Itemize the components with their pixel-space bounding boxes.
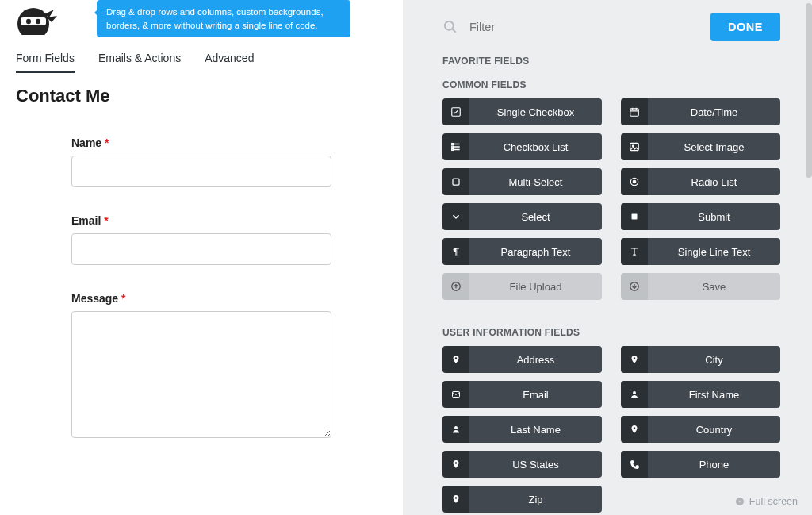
pin-icon <box>442 486 469 513</box>
section-user: USER INFORMATION FIELDS <box>442 327 780 338</box>
paragraph-icon <box>442 238 469 265</box>
label-text: Message <box>71 292 118 305</box>
svg-rect-7 <box>630 109 639 116</box>
section-favorite: FAVORITE FIELDS <box>442 56 780 67</box>
svg-point-4 <box>445 21 454 30</box>
svg-point-3 <box>36 18 40 23</box>
pill-select-image[interactable]: Select Image <box>621 133 780 160</box>
pill-label: Multi-Select <box>469 168 602 195</box>
label-text: Name <box>71 136 102 149</box>
square-filled-icon <box>621 203 648 230</box>
pill-us-states[interactable]: US States <box>442 451 602 478</box>
pill-multi-select[interactable]: Multi-Select <box>442 168 602 195</box>
tab-advanced[interactable]: Advanced <box>205 52 254 73</box>
pill-date-time[interactable]: Date/Time <box>621 98 780 125</box>
pill-radio-list[interactable]: Radio List <box>621 168 780 195</box>
pin-icon <box>621 346 648 373</box>
calendar-icon <box>621 98 648 125</box>
tip-bubble: Drag & drop rows and columns, custom bac… <box>97 0 350 37</box>
user-icon <box>442 416 469 443</box>
fullscreen-toggle[interactable]: Full screen <box>735 496 798 507</box>
form-title[interactable]: Contact Me <box>0 78 403 111</box>
pill-label: Single Line Text <box>648 238 780 265</box>
upload-icon <box>442 273 469 300</box>
tab-form-fields[interactable]: Form Fields <box>16 52 75 73</box>
compress-icon <box>735 497 745 506</box>
tab-emails-actions[interactable]: Emails & Actions <box>98 52 181 73</box>
svg-line-5 <box>453 29 456 33</box>
pill-label: Radio List <box>648 168 780 195</box>
pill-paragraph[interactable]: Paragraph Text <box>442 238 602 265</box>
pill-label: City <box>648 346 780 373</box>
label-text: Email <box>71 214 101 227</box>
pill-label: Zip <box>469 486 602 513</box>
field-email-label: Email * <box>71 214 331 227</box>
pill-label: US States <box>469 451 602 478</box>
pill-label: Phone <box>648 451 780 478</box>
section-common: COMMON FIELDS <box>442 79 780 90</box>
pill-last-name[interactable]: Last Name <box>442 416 602 443</box>
pill-country[interactable]: Country <box>621 416 780 443</box>
required-mark: * <box>105 136 109 149</box>
svg-point-2 <box>26 18 31 23</box>
field-name-label: Name * <box>71 136 331 149</box>
svg-rect-22 <box>632 214 638 220</box>
pill-address[interactable]: Address <box>442 346 602 373</box>
pill-label: File Upload <box>469 273 602 300</box>
svg-rect-19 <box>453 179 459 185</box>
pill-save[interactable]: Save <box>621 273 780 300</box>
svg-point-31 <box>633 391 636 394</box>
svg-point-32 <box>454 426 458 429</box>
pill-first-name[interactable]: First Name <box>621 381 780 408</box>
envelope-icon <box>442 381 469 408</box>
field-email[interactable]: Email * <box>71 214 331 265</box>
pill-label: Last Name <box>469 416 602 443</box>
pill-file-upload[interactable]: File Upload <box>442 273 602 300</box>
pill-checkbox-list[interactable]: Checkbox List <box>442 133 602 160</box>
pill-phone[interactable]: Phone <box>621 451 780 478</box>
pin-icon <box>442 451 469 478</box>
email-input[interactable] <box>71 233 331 265</box>
pill-single-line[interactable]: Single Line Text <box>621 238 780 265</box>
tabs: Form Fields Emails & Actions Advanced <box>0 37 403 78</box>
svg-rect-15 <box>452 146 454 148</box>
pill-label: Email <box>469 381 602 408</box>
pill-label: Single Checkbox <box>469 98 602 125</box>
pill-label: Checkbox List <box>469 133 602 160</box>
pill-label: Country <box>648 416 780 443</box>
scrollbar-track[interactable] <box>804 2 810 512</box>
pill-label: First Name <box>648 381 780 408</box>
radio-icon <box>621 168 648 195</box>
required-mark: * <box>104 214 108 227</box>
fullscreen-label: Full screen <box>749 496 798 507</box>
filter-input[interactable] <box>469 21 699 33</box>
scrollbar-thumb[interactable] <box>806 3 812 178</box>
image-icon <box>621 133 648 160</box>
message-input[interactable] <box>71 311 331 438</box>
pill-select[interactable]: Select <box>442 203 602 230</box>
pill-city[interactable]: City <box>621 346 780 373</box>
pill-zip[interactable]: Zip <box>442 486 602 513</box>
pill-label: Date/Time <box>648 98 780 125</box>
pill-label: Address <box>469 346 602 373</box>
list-icon <box>442 133 469 160</box>
name-input[interactable] <box>71 156 331 187</box>
pill-label: Paragraph Text <box>469 238 602 265</box>
pill-label: Save <box>648 273 780 300</box>
search-icon <box>442 19 458 35</box>
phone-icon <box>621 451 648 478</box>
pill-single-checkbox[interactable]: Single Checkbox <box>442 98 602 125</box>
field-message-label: Message * <box>71 292 331 305</box>
svg-rect-1 <box>21 17 46 25</box>
chevron-down-icon <box>442 203 469 230</box>
pill-label: Select <box>469 203 602 230</box>
field-name[interactable]: Name * <box>71 136 331 187</box>
ninja-logo-icon <box>10 3 57 35</box>
pill-submit[interactable]: Submit <box>621 203 780 230</box>
svg-point-21 <box>633 180 636 183</box>
pill-email[interactable]: Email <box>442 381 602 408</box>
save-icon <box>621 273 648 300</box>
done-button[interactable]: DONE <box>710 13 780 41</box>
square-icon <box>442 168 469 195</box>
field-message[interactable]: Message * <box>71 292 331 441</box>
